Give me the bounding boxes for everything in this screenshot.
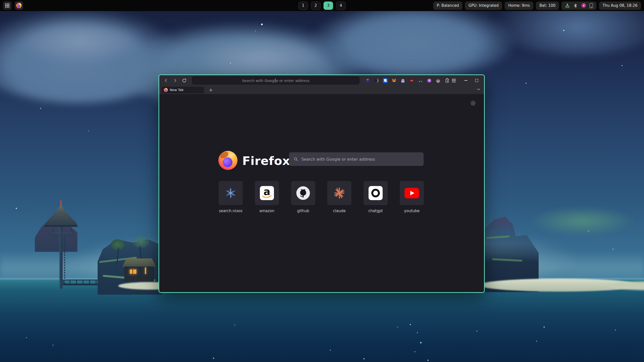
screenshot-scissors-icon[interactable] — [565, 3, 570, 8]
system-tray — [561, 2, 596, 10]
maximize-button[interactable] — [475, 78, 479, 82]
tab-bar: New Tab + — [159, 86, 484, 94]
dark-crescent-extension-icon[interactable] — [374, 78, 379, 83]
ublock-origin-extension-icon[interactable]: uO — [409, 78, 414, 83]
shortcut-label: claude — [333, 209, 346, 213]
shortcut-label: search.nixos — [219, 209, 243, 213]
launcher-group — [3, 1, 23, 10]
nixos-snowflake-icon — [224, 186, 237, 200]
claude-starburst-icon — [333, 187, 346, 200]
newtab-search-placeholder: Search with Google or enter address — [301, 157, 375, 162]
shortcut-search-nixos[interactable]: search.nixos — [219, 181, 243, 213]
shortcut-youtube[interactable]: youtube — [400, 181, 424, 213]
beach-hut — [124, 258, 154, 285]
latency-pill[interactable]: Home: 9ms — [505, 2, 533, 10]
svg-text:uO: uO — [410, 79, 413, 82]
reload-button[interactable] — [180, 77, 188, 84]
app-launcher-button[interactable] — [3, 1, 12, 10]
workspace-3-active[interactable]: 3 — [324, 2, 333, 10]
tab-title: New Tab — [170, 88, 184, 92]
extension-toolbar: uO * — [365, 78, 449, 83]
firefox-icon — [16, 3, 22, 8]
back-button[interactable] — [162, 77, 170, 84]
gpu-pill[interactable]: GPU: Integrated — [465, 2, 502, 10]
search-icon — [294, 157, 298, 161]
cloud-highlight — [15, 18, 146, 65]
nightly-flame-icon[interactable] — [581, 3, 586, 8]
shortcut-tiles: search.nixos a amazon — [219, 181, 424, 213]
glowing-window — [145, 267, 146, 274]
address-bar[interactable]: Search with Google or enter address — [192, 76, 359, 84]
bitwarden-extension-icon[interactable] — [383, 78, 388, 83]
newtab-search-bar[interactable]: Search with Google or enter address — [289, 152, 424, 166]
bluetooth-icon[interactable] — [573, 4, 578, 8]
shortcut-label: github — [297, 209, 309, 213]
youtube-icon — [405, 188, 419, 198]
cloud — [309, 3, 516, 78]
svg-text:*: * — [428, 79, 430, 82]
new-tab-button[interactable]: + — [208, 87, 214, 93]
status-group: P: Balanced GPU: Integrated Home: 9ms Ba… — [433, 2, 641, 10]
hex-asterisk-extension-icon[interactable]: * — [427, 78, 432, 83]
firefox-launcher-button[interactable] — [15, 1, 23, 10]
shortcut-claude[interactable]: claude — [327, 181, 351, 213]
window-controls: ✕ — [464, 78, 485, 82]
personalize-gear-icon[interactable] — [470, 100, 476, 107]
shortcut-amazon[interactable]: a amazon — [255, 181, 279, 213]
cloud-highlight — [191, 35, 332, 80]
top-status-bar: 1 2 3 4 P: Balanced GPU: Integrated Home… — [0, 0, 644, 11]
disguise-face-extension-icon[interactable] — [435, 78, 440, 83]
workspace-2[interactable]: 2 — [311, 2, 320, 10]
layers-extension-icon[interactable] — [365, 78, 370, 83]
power-profile-pill[interactable]: P: Balanced — [433, 2, 462, 10]
tab-new-tab[interactable]: New Tab — [161, 87, 204, 93]
vpn-arc-extension-icon[interactable] — [418, 78, 423, 83]
chatgpt-icon — [369, 186, 383, 200]
palm-tree — [133, 236, 149, 248]
glowing-window — [130, 269, 136, 274]
shortcut-label: chatgpt — [368, 209, 383, 213]
shortcut-label: amazon — [259, 209, 274, 213]
workspace-1[interactable]: 1 — [298, 2, 308, 10]
firefox-logo — [218, 151, 237, 170]
navigation-toolbar: Search with Google or enter address — [159, 75, 484, 86]
text-caret — [275, 78, 276, 83]
shortcut-label: youtube — [404, 209, 420, 213]
firefox-wordmark: Firefox — [242, 154, 290, 168]
newtab-page: Firefox Search with Google or enter addr… — [159, 94, 484, 292]
clock-pill[interactable]: Thu Aug 08, 18:26 — [599, 2, 641, 10]
battery-pill[interactable]: Bat: 100 — [536, 2, 559, 10]
workspace-switcher: 1 2 3 4 — [298, 2, 346, 10]
list-all-tabs-chevron-icon[interactable] — [477, 87, 480, 92]
shortcut-chatgpt[interactable]: chatgpt — [364, 181, 388, 213]
phone-icon[interactable] — [590, 3, 593, 8]
amazon-icon: a — [260, 186, 274, 200]
address-placeholder-prefix: Search with Googl — [242, 79, 275, 83]
firefox-favicon — [164, 88, 168, 92]
address-placeholder-suffix: e or enter address — [276, 79, 309, 83]
minimize-button[interactable] — [464, 78, 468, 82]
app-grid-icon — [5, 4, 9, 8]
palm-tree — [111, 239, 125, 250]
app-menu-button[interactable] — [451, 78, 457, 83]
forward-button[interactable] — [171, 77, 179, 84]
metamask-fox-extension-icon[interactable] — [391, 78, 396, 83]
horizon-cloud — [528, 206, 636, 236]
shortcut-github[interactable]: github — [291, 181, 315, 213]
extensions-puzzle-icon[interactable] — [444, 78, 449, 83]
github-octocat-icon — [296, 186, 310, 200]
ghostery-extension-icon[interactable] — [400, 78, 405, 83]
firefox-window: Search with Google or enter address — [158, 74, 485, 293]
workspace-4[interactable]: 4 — [336, 2, 346, 10]
